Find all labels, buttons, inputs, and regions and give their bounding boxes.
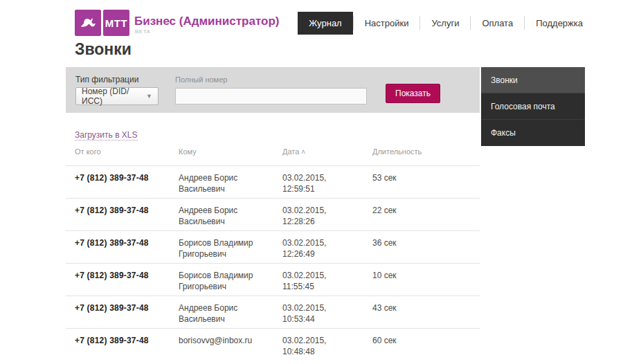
column-header-2[interactable]: Кому bbox=[179, 147, 282, 156]
column-header-1[interactable]: От кого bbox=[75, 147, 179, 156]
cell-from: +7 (812) 389-37-48 bbox=[75, 335, 179, 361]
show-button[interactable]: Показать bbox=[386, 84, 440, 103]
cell-from: +7 (812) 389-37-48 bbox=[75, 172, 179, 198]
sort-asc-icon: ˄ bbox=[301, 148, 305, 156]
column-label: Длительность bbox=[372, 147, 422, 156]
filter-type-select[interactable]: Номер (DID/ИСС) ▼ bbox=[75, 87, 159, 105]
nav-tab-настройки[interactable]: Настройки bbox=[354, 12, 420, 35]
cell-date: 03.02.2015, 10:48:48 bbox=[282, 335, 372, 361]
table-row: +7 (812) 389-37-48Борисов Владимир Григо… bbox=[66, 230, 480, 263]
beta-badge: BETA bbox=[135, 28, 150, 35]
cell-to: Борисов Владимир Григорьевич bbox=[179, 237, 282, 263]
chevron-down-icon: ▼ bbox=[146, 93, 152, 100]
journal-sidebar: ЗвонкиГолосовая почтаФаксы bbox=[481, 67, 585, 146]
cell-to: Андреев Борис Васильевич bbox=[179, 172, 282, 198]
mtt-logo[interactable]: MTT bbox=[75, 10, 129, 36]
column-label: Кому bbox=[179, 147, 197, 156]
table-row: +7 (812) 389-37-48Андреев Борис Васильев… bbox=[66, 165, 480, 198]
brand-name: Бизнес (Администратор) bbox=[134, 15, 279, 28]
sidebar-item-голосовая-почта[interactable]: Голосовая почта bbox=[481, 93, 585, 120]
cell-date: 03.02.2015, 11:55:45 bbox=[282, 270, 372, 295]
cell-duration: 60 сек bbox=[372, 335, 480, 361]
table-row: +7 (812) 389-37-48Борисов Владимир Григо… bbox=[66, 263, 480, 295]
nav-tab-услуги[interactable]: Услуги bbox=[420, 12, 470, 35]
table-row: +7 (812) 389-37-48Андреев Борис Васильев… bbox=[66, 295, 480, 328]
cell-to: borisovvg@inbox.ru bbox=[179, 335, 282, 361]
cell-date: 03.02.2015, 12:28:26 bbox=[282, 205, 372, 230]
table-row: +7 (812) 389-37-48Андреев Борис Васильев… bbox=[66, 198, 480, 230]
cell-from: +7 (812) 389-37-48 bbox=[75, 302, 179, 328]
column-header-3[interactable]: Дата˄ bbox=[282, 147, 372, 156]
cell-from: +7 (812) 389-37-48 bbox=[75, 270, 179, 295]
cell-date: 03.02.2015, 10:53:44 bbox=[282, 302, 372, 328]
table-header-row: От когоКомуДата˄Длительность bbox=[66, 147, 480, 165]
cell-date: 03.02.2015, 12:59:51 bbox=[282, 172, 372, 198]
cell-date: 03.02.2015, 12:26:49 bbox=[282, 237, 372, 263]
sidebar-item-факсы[interactable]: Факсы bbox=[481, 120, 585, 146]
filter-type-value: Номер (DID/ИСС) bbox=[82, 87, 146, 106]
nav-tab-поддержка[interactable]: Поддержка bbox=[525, 12, 594, 35]
column-label: От кого bbox=[75, 147, 101, 156]
cell-duration: 53 сек bbox=[372, 172, 480, 198]
full-number-input[interactable] bbox=[175, 88, 367, 104]
cell-to: Андреев Борис Васильевич bbox=[179, 205, 282, 230]
cell-duration: 22 сек bbox=[372, 205, 480, 230]
page-title: Звонки bbox=[75, 40, 132, 59]
calls-table: От когоКомуДата˄Длительность +7 (812) 38… bbox=[66, 147, 480, 361]
top-nav: ЖурналНастройкиУслугиОплатаПоддержка bbox=[298, 12, 594, 34]
filter-type-label: Тип фильтрации bbox=[75, 75, 138, 84]
column-label: Дата bbox=[282, 147, 299, 156]
nav-tab-оплата[interactable]: Оплата bbox=[471, 12, 524, 35]
sidebar-item-звонки[interactable]: Звонки bbox=[481, 67, 585, 93]
table-row: +7 (812) 389-37-48borisovvg@inbox.ru03.0… bbox=[66, 328, 480, 361]
filter-bar: Тип фильтрации Номер (DID/ИСС) ▼ Полный … bbox=[66, 67, 480, 113]
mtt-logo-text: MTT bbox=[105, 17, 127, 29]
cell-duration: 10 сек bbox=[372, 270, 480, 295]
cell-to: Андреев Борис Васильевич bbox=[179, 302, 282, 328]
table-body: +7 (812) 389-37-48Андреев Борис Васильев… bbox=[66, 165, 480, 361]
nav-tab-журнал[interactable]: Журнал bbox=[298, 12, 352, 35]
column-header-4[interactable]: Длительность bbox=[372, 147, 480, 156]
cell-duration: 43 сек bbox=[372, 302, 480, 328]
cell-duration: 36 сек bbox=[372, 237, 480, 263]
page: MTT Бизнес (Администратор) BETA ЖурналНа… bbox=[0, 0, 641, 364]
export-xls-link[interactable]: Загрузить в XLS bbox=[75, 130, 138, 140]
cell-from: +7 (812) 389-37-48 bbox=[75, 237, 179, 263]
mtt-logo-square: MTT bbox=[103, 10, 129, 36]
cell-to: Борисов Владимир Григорьевич bbox=[179, 270, 282, 295]
bird-icon bbox=[75, 10, 101, 36]
full-number-label: Полный номер bbox=[175, 75, 227, 84]
cell-from: +7 (812) 389-37-48 bbox=[75, 205, 179, 230]
